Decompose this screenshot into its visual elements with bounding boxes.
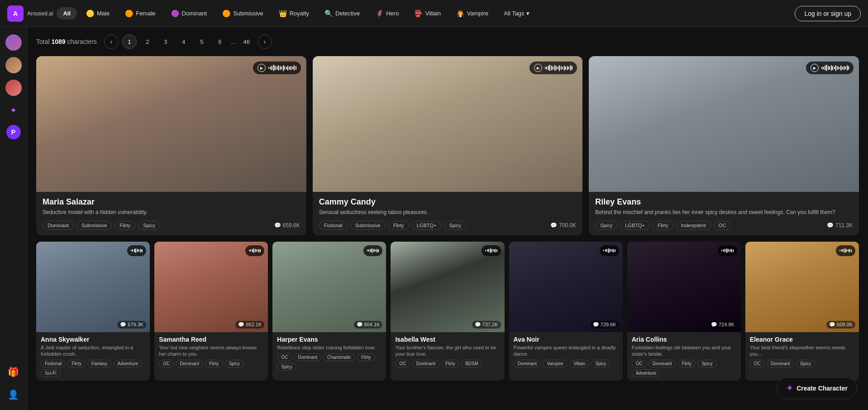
audio-badge-maria[interactable]: ▶ xyxy=(253,62,301,74)
sidebar-avatar-1[interactable] xyxy=(5,34,22,51)
page-btn-6[interactable]: 6 xyxy=(213,34,227,49)
purple-p-icon[interactable]: P xyxy=(6,125,21,139)
card-small-anna[interactable]: 💬 679.3K Anna Skywalker A Jedi master of… xyxy=(36,242,150,381)
nav-tag-all[interactable]: All xyxy=(57,7,77,19)
all-tags-button[interactable]: All Tags▾ xyxy=(497,7,535,19)
small-audio-badge-samantha[interactable] xyxy=(245,245,265,256)
card-small-tag: Spicy xyxy=(225,360,244,367)
card-small-name-isabella: Isabella West xyxy=(395,336,500,343)
main-content: Total 1089 characters ‹ 1 2 3 4 5 6 ... … xyxy=(27,27,868,388)
card-small-aria[interactable]: 💬 724.8K Aria Collins Forbidden feelings… xyxy=(627,242,741,381)
tag-label-hero: Hero xyxy=(386,10,399,17)
tag-emoji-vampire: 🧛 xyxy=(456,10,465,18)
page-btn-2[interactable]: 2 xyxy=(140,34,155,49)
page-btn-3[interactable]: 3 xyxy=(158,34,173,49)
stat-value-cammy: 700.0K xyxy=(559,222,576,229)
audio-badge-cammy[interactable]: ▶ xyxy=(529,62,577,74)
brand-name: Aroused.ai xyxy=(27,10,53,17)
card-large-maria[interactable]: ▶ Maria Salazar Seductive model with a h… xyxy=(36,56,306,235)
card-small-info-harper: Harper Evans Rebellious step sister crav… xyxy=(272,332,386,374)
small-stat-samantha: 💬 852.1K xyxy=(235,321,264,329)
stat-value-riley: 711.3K xyxy=(835,222,853,229)
create-character-button[interactable]: ✦ Create Character xyxy=(777,377,857,388)
card-small-tag: Flirty xyxy=(678,360,696,367)
play-button-riley[interactable]: ▶ xyxy=(811,64,819,72)
play-button-maria[interactable]: ▶ xyxy=(258,64,266,72)
card-stat-cammy: 💬 700.0K xyxy=(550,222,576,229)
nav-tag-female[interactable]: 🟠Female xyxy=(119,7,162,20)
card-small-samantha[interactable]: 💬 852.1K Samantha Reed Your hot new neig… xyxy=(154,242,268,381)
small-audio-badge-anna[interactable] xyxy=(127,245,147,256)
card-small-tags-aria: OCDominantFlirtySpicyAdventure xyxy=(632,360,736,377)
tag-label-royalty: Royalty xyxy=(290,10,309,17)
tag-emoji-villain: 👺 xyxy=(414,10,423,18)
page-btn-4[interactable]: 4 xyxy=(176,34,191,49)
card-small-tag: Spicy xyxy=(796,360,815,367)
tag-label-dominant: Dominant xyxy=(182,10,207,17)
card-small-info-aria: Aria Collins Forbidden feelings stir bet… xyxy=(627,332,741,381)
small-stat-eleanor: 💬 609.0K xyxy=(826,321,855,329)
audio-badge-riley[interactable]: ▶ xyxy=(806,62,854,74)
sidebar-avatar-2[interactable] xyxy=(5,57,22,73)
nav-tag-hero[interactable]: 🦸Hero xyxy=(369,7,405,20)
nav-tag-vampire[interactable]: 🧛Vampire xyxy=(450,7,495,20)
nav-tag-villain[interactable]: 👺Villain xyxy=(408,7,447,20)
card-small-tags-anna: FictionalFlirtyFantasyAdventureSci-Fi xyxy=(41,360,145,377)
sidebar-avatar-3[interactable] xyxy=(5,80,22,96)
total-text: Total 1089 characters xyxy=(36,38,97,45)
user-icon[interactable]: 👤 xyxy=(5,386,22,388)
card-small-info-ava: Ava Noir Powerful vampire queen entangle… xyxy=(509,332,623,372)
logo-letter: A xyxy=(13,10,18,17)
card-tag: Indenpdent xyxy=(676,221,711,230)
login-button[interactable]: Log in or sign up xyxy=(795,6,861,21)
card-small-tag: Dominant xyxy=(176,360,203,367)
nav-tag-royalty[interactable]: 👑Royalty xyxy=(272,7,315,20)
small-audio-badge-harper[interactable] xyxy=(363,245,383,256)
small-audio-badge-isabella[interactable] xyxy=(482,245,501,256)
card-small-tags-samantha: OCDominantFlirtySpicy xyxy=(159,360,263,367)
nav-tag-dominant[interactable]: 🟣Dominant xyxy=(165,7,214,20)
card-small-tag: Dominant xyxy=(649,360,676,367)
sparkle-icon[interactable]: ✦ xyxy=(5,102,22,119)
page-btn-46[interactable]: 46 xyxy=(239,34,254,49)
play-button-cammy[interactable]: ▶ xyxy=(534,64,542,72)
card-small-desc-eleanor: Your best friend's stepmother seems need… xyxy=(750,344,854,358)
page-btn-1[interactable]: 1 xyxy=(122,34,137,49)
card-small-eleanor[interactable]: 💬 609.0K Eleanor Grace Your best friend'… xyxy=(745,242,859,381)
card-small-info-anna: Anna Skywalker A Jedi master of seductio… xyxy=(36,332,150,381)
card-small-image-eleanor: 💬 609.0K xyxy=(745,242,859,332)
small-stat-icon-harper: 💬 xyxy=(357,322,363,328)
card-small-ava[interactable]: 💬 729.6K Ava Noir Powerful vampire queen… xyxy=(509,242,623,381)
card-small-tag: OC xyxy=(395,360,410,367)
gift-icon[interactable]: 🎁 xyxy=(5,364,22,380)
tag-label-all: All xyxy=(63,10,71,17)
card-tag: Spicy xyxy=(595,221,617,230)
card-small-desc-aria: Forbidden feelings stir between you and … xyxy=(632,344,736,358)
chevron-down-icon: ▾ xyxy=(526,10,529,17)
card-desc-riley: Behind the mischief and pranks lies her … xyxy=(595,209,853,216)
card-small-info-eleanor: Eleanor Grace Your best friend's stepmot… xyxy=(745,332,859,372)
small-audio-badge-eleanor[interactable] xyxy=(836,245,855,256)
page-btn-5[interactable]: 5 xyxy=(195,34,209,49)
prev-page-button[interactable]: ‹ xyxy=(104,34,119,49)
card-large-riley[interactable]: ▶ Riley Evans Behind the mischief and pr… xyxy=(589,56,859,235)
card-small-desc-samantha: Your hot new neighbor seems always knows… xyxy=(159,344,263,358)
card-tag: LGBTQ+ xyxy=(620,221,650,230)
card-small-image-anna: 💬 679.3K xyxy=(36,242,150,332)
card-small-name-anna: Anna Skywalker xyxy=(41,336,145,343)
small-audio-badge-aria[interactable] xyxy=(718,245,737,256)
nav-tags: All🟡Male🟠Female🟣Dominant🟠Submissive👑Roya… xyxy=(57,7,791,20)
small-stat-value-anna: 679.3K xyxy=(128,322,143,327)
nav-tag-detective[interactable]: 🔍Detective xyxy=(318,7,366,20)
nav-tag-male[interactable]: 🟡Male xyxy=(80,7,116,20)
card-small-harper[interactable]: 💬 804.1K Harper Evans Rebellious step si… xyxy=(272,242,386,381)
next-page-button[interactable]: › xyxy=(258,34,272,49)
card-large-cammy[interactable]: ▶ Cammy Candy Sensual seductress seeking… xyxy=(313,56,583,235)
card-small-isabella[interactable]: 💬 737.2K Isabella West Your brother's fi… xyxy=(391,242,504,381)
tag-emoji-female: 🟠 xyxy=(125,10,134,18)
logo-area: A Aroused.ai xyxy=(7,5,53,22)
tag-emoji-male: 🟡 xyxy=(86,10,95,18)
small-audio-badge-ava[interactable] xyxy=(600,245,619,256)
nav-tag-submissive[interactable]: 🟠Submissive xyxy=(216,7,269,20)
logo-icon[interactable]: A xyxy=(7,5,24,22)
